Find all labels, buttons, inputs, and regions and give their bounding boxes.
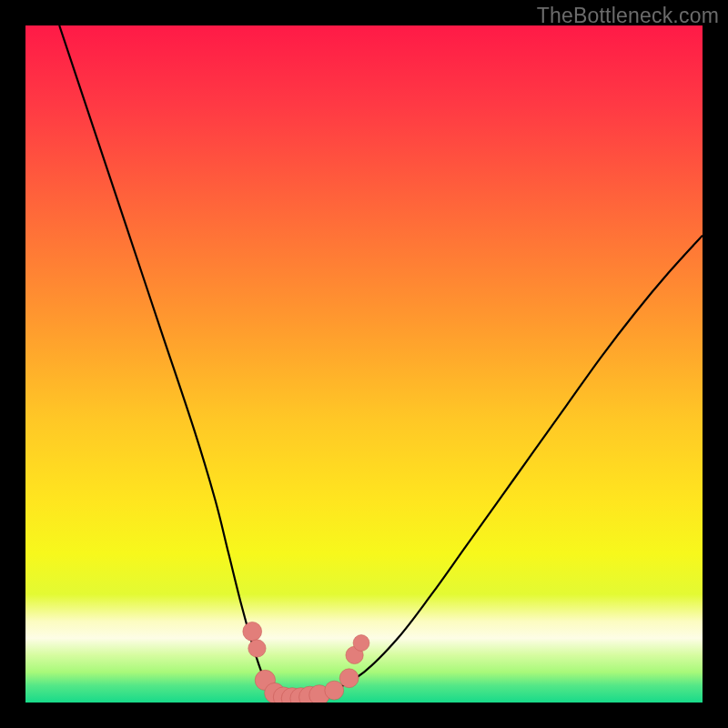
curve-marker (325, 681, 344, 700)
curve-marker (243, 622, 262, 641)
chart-frame: TheBottleneck.com (0, 0, 728, 728)
plot-area (25, 25, 703, 703)
curve-marker (248, 640, 266, 657)
curve-marker (339, 669, 359, 688)
curve-marker (353, 635, 369, 652)
watermark-text: TheBottleneck.com (537, 4, 719, 28)
chart-svg (25, 25, 703, 703)
gradient-background (25, 25, 703, 703)
